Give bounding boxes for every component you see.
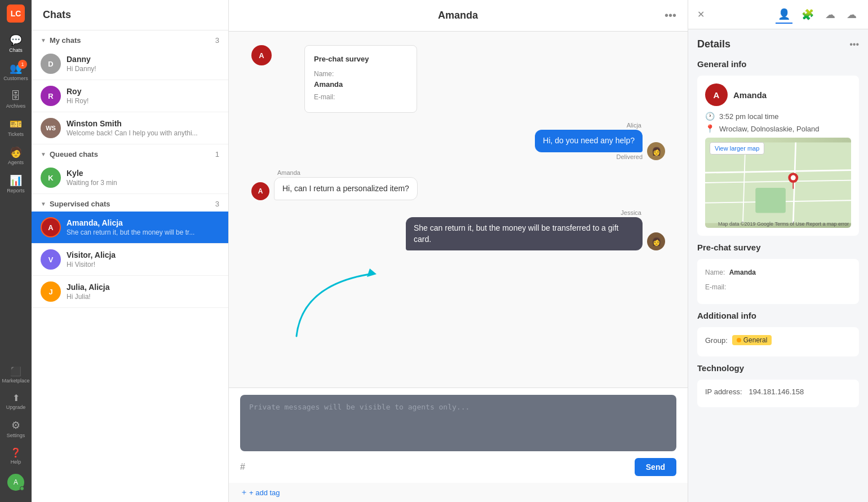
msg-bubble-jessica: She can return it, but the money will be… — [406, 217, 643, 250]
user-avatar-nav[interactable]: A — [0, 469, 32, 497]
details-more-button[interactable]: ••• — [849, 39, 859, 50]
supervised-chats-chevron: ▼ — [41, 201, 46, 207]
chat-item-kyle[interactable]: K Kyle Waiting for 3 min — [32, 162, 228, 194]
sidebar-item-marketplace[interactable]: ⬛ Marketplace — [0, 362, 32, 388]
chat-item-visitor-alicja[interactable]: V Visitor, Alicja Hi Visitor! — [32, 244, 228, 276]
chat-more-button[interactable]: ••• — [665, 9, 676, 22]
chat-name-winston: Winston Smith — [67, 119, 219, 128]
msg-status-alicja: Delivered — [535, 153, 643, 160]
group-dot — [737, 338, 741, 342]
msg-bubble-alicja: Hi, do you need any help? — [535, 130, 643, 152]
detail-email-field: E-mail: — [705, 281, 851, 292]
tab-cloud-icon[interactable]: ☁ — [844, 6, 859, 23]
map-image: View larger map Map data ©2019 Google Te… — [705, 138, 851, 228]
tickets-icon: 🎫 — [10, 118, 22, 130]
sidebar-item-chats[interactable]: 💬 Chats — [0, 29, 32, 58]
sidebar-item-upgrade-label: Upgrade — [6, 404, 26, 410]
msg-sender-alicja: Alicja — [627, 122, 641, 129]
view-larger-map-button[interactable]: View larger map — [710, 142, 764, 155]
ip-label: IP address: — [705, 387, 742, 396]
svg-point-9 — [791, 175, 796, 180]
chat-title: Amanda — [438, 10, 478, 21]
avatar-julia: J — [41, 281, 61, 302]
message-row-amanda: Amanda A Hi, can I return a personalized… — [251, 169, 665, 201]
sidebar-item-archives[interactable]: 🗄 Archives — [0, 86, 32, 113]
msg-bubble-row-amanda: A Hi, can I return a personalized item? — [251, 177, 418, 201]
chat-list-header: Chats — [32, 0, 228, 30]
app-logo: LC — [7, 5, 25, 23]
msg-bubble-row-alicja: 👩 Hi, do you need any help? Delivered — [535, 130, 665, 160]
chat-item-julia-alicja[interactable]: J Julia, Alicja Hi Julia! — [32, 276, 228, 308]
detail-name-value: Amanda — [729, 268, 756, 276]
avatar-amanda-msg: A — [251, 182, 269, 200]
chat-item-roy[interactable]: R Roy Hi Roy! — [32, 80, 228, 112]
add-tag-row[interactable]: ＋ + add tag — [229, 483, 688, 502]
group-label: Group: — [705, 336, 728, 345]
supervised-chats-section-header[interactable]: ▼ Supervised chats 3 — [32, 194, 228, 212]
location-icon: 📍 — [705, 124, 715, 133]
additional-info-title: Additional info — [697, 311, 859, 320]
plus-icon: ＋ — [240, 487, 248, 497]
chat-header: Amanda ••• — [229, 0, 688, 32]
prechat-name-value: Amanda — [314, 80, 408, 89]
sidebar-item-help[interactable]: ❓ Help — [0, 443, 32, 469]
agents-icon: 🧑 — [10, 146, 22, 158]
queued-chats-label-group: ▼ Queued chats — [41, 150, 98, 158]
chat-item-danny[interactable]: D Danny Hi Danny! — [32, 48, 228, 80]
chat-list-body: ▼ My chats 3 D Danny Hi Danny! R Roy Hi … — [32, 30, 228, 502]
svg-rect-7 — [755, 188, 786, 213]
hash-button[interactable]: # — [240, 462, 245, 472]
sidebar-item-reports[interactable]: 📊 Reports — [0, 170, 32, 198]
queued-chats-count: 1 — [215, 150, 219, 158]
sidebar-item-agents-label: Agents — [8, 160, 24, 165]
map-container: View larger map Map data ©2019 Google Te… — [705, 138, 851, 228]
general-info-block: A Amanda 🕐 3:52 pm local time 📍 Wroclaw,… — [697, 76, 859, 236]
chat-list-panel: Chats ▼ My chats 3 D Danny Hi Danny! R R… — [32, 0, 229, 502]
private-message-input[interactable] — [240, 395, 676, 451]
avatar-danny: D — [41, 54, 61, 74]
general-info-section: General info A Amanda 🕐 3:52 pm local ti… — [697, 59, 859, 236]
chat-item-winston[interactable]: WS Winston Smith Welcome back! Can I hel… — [32, 112, 228, 144]
msg-col-alicja: Hi, do you need any help? Delivered — [535, 130, 643, 160]
sidebar-item-tickets[interactable]: 🎫 Tickets — [0, 113, 32, 142]
my-chats-label: My chats — [50, 36, 81, 45]
close-button[interactable]: ✕ — [697, 9, 705, 20]
queued-chats-label: Queued chats — [50, 150, 98, 158]
clock-icon: 🕐 — [705, 112, 715, 121]
sidebar-item-agents[interactable]: 🧑 Agents — [0, 142, 32, 170]
detail-name-label-text: Name: — [705, 268, 725, 276]
supervised-chats-count: 3 — [215, 200, 219, 208]
sidebar-item-marketplace-label: Marketplace — [2, 378, 29, 384]
msg-sender-amanda: Amanda — [277, 169, 300, 176]
prechat-name-label-text: Name: — [314, 70, 334, 78]
technology-section: Technology IP address: 194.181.146.158 — [697, 363, 859, 407]
left-navigation: LC 💬 Chats 👥 Customers 1 🗄 Archives 🎫 Ti… — [0, 0, 32, 502]
reports-icon: 📊 — [10, 174, 22, 187]
map-attribution: Map data ©2019 Google Terms of Use Repor… — [718, 221, 849, 227]
chat-item-amanda-alicja[interactable]: A Amanda, Alicja She can return it, but … — [32, 212, 228, 244]
tab-puzzle-icon[interactable]: 🧩 — [799, 6, 816, 23]
additional-info-block: Group: General — [697, 327, 859, 356]
help-icon: ❓ — [10, 447, 21, 458]
prechat-card-title: Pre-chat survey — [314, 55, 408, 63]
tab-weather-icon[interactable]: ☁ — [823, 6, 838, 23]
user-initial: A — [14, 478, 18, 486]
my-chats-section-header[interactable]: ▼ My chats 3 — [32, 30, 228, 48]
queued-chats-section-header[interactable]: ▼ Queued chats 1 — [32, 144, 228, 162]
chat-preview-julia: Hi Julia! — [67, 293, 219, 301]
sidebar-item-customers[interactable]: 👥 Customers 1 — [0, 58, 32, 86]
chat-name-roy: Roy — [67, 87, 219, 96]
messages-area: A Pre-chat survey Name: Amanda E-mail: A… — [229, 32, 688, 307]
sidebar-item-settings[interactable]: ⚙ Settings — [0, 415, 32, 443]
send-button[interactable]: Send — [635, 458, 676, 476]
chat-input-area: # Send — [229, 387, 688, 483]
right-panel-body: Details ••• General info A Amanda 🕐 3:52… — [688, 29, 868, 423]
sidebar-item-upgrade[interactable]: ⬆ Upgrade — [0, 388, 32, 415]
local-time: 3:52 pm local time — [719, 112, 779, 121]
prechat-name-label: Name: — [314, 70, 408, 78]
input-footer: # Send — [240, 458, 676, 476]
tab-person-icon[interactable]: 👤 — [776, 6, 792, 24]
user-avatar: A — [7, 474, 24, 491]
technology-block: IP address: 194.181.146.158 — [697, 380, 859, 407]
chat-info-julia: Julia, Alicja Hi Julia! — [67, 283, 219, 301]
